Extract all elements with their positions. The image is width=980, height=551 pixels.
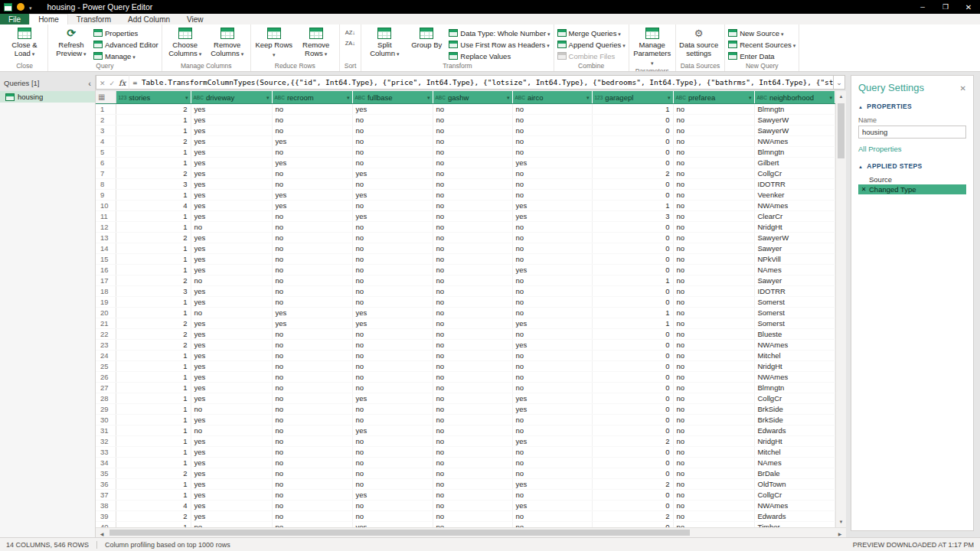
advanced-editor-button[interactable]: Advanced Editor — [93, 39, 158, 50]
cell-neighborhood[interactable]: Somerst — [754, 307, 835, 318]
cell-airco[interactable]: no — [512, 328, 592, 339]
cell-garagepl[interactable]: 1 — [592, 307, 673, 318]
cell-fullbase[interactable]: no — [352, 446, 433, 457]
cell-neighborhood[interactable]: ClearCr — [754, 210, 835, 221]
cell-gashw[interactable]: no — [433, 339, 512, 350]
cell-stories[interactable]: 1 — [116, 521, 191, 527]
cell-neighborhood[interactable]: NridgHt — [754, 221, 835, 232]
cell-neighborhood[interactable]: Edwards — [754, 425, 835, 435]
cell-driveway[interactable]: yes — [191, 468, 272, 478]
row-number[interactable]: 5 — [96, 146, 116, 157]
cell-airco[interactable]: no — [512, 371, 592, 382]
cell-garagepl[interactable]: 0 — [592, 350, 673, 360]
filter-dropdown-icon[interactable]: ▾ — [668, 93, 671, 101]
cell-prefarea[interactable]: no — [673, 189, 754, 200]
row-number[interactable]: 27 — [96, 382, 116, 393]
cell-gashw[interactable]: no — [433, 285, 512, 296]
cell-airco[interactable]: no — [512, 468, 592, 478]
cell-gashw[interactable]: no — [433, 168, 512, 178]
remove-columns-button[interactable]: Remove Columns — [207, 26, 247, 58]
hscroll-thumb[interactable] — [109, 530, 690, 536]
applied-step-source[interactable]: Source — [858, 174, 966, 184]
cell-fullbase[interactable]: no — [352, 468, 433, 478]
cell-fullbase[interactable]: no — [352, 232, 433, 243]
cell-airco[interactable]: yes — [512, 200, 592, 210]
cell-prefarea[interactable]: no — [673, 285, 754, 296]
cell-airco[interactable]: no — [512, 285, 592, 296]
cell-driveway[interactable]: no — [191, 425, 272, 435]
cell-gashw[interactable]: no — [433, 435, 512, 446]
cell-prefarea[interactable]: no — [673, 457, 754, 468]
cell-neighborhood[interactable]: CollgCr — [754, 489, 835, 500]
cell-fullbase[interactable]: no — [352, 328, 433, 339]
cell-neighborhood[interactable]: CollgCr — [754, 168, 835, 178]
cell-neighborhood[interactable]: Blueste — [754, 328, 835, 339]
cell-driveway[interactable]: yes — [191, 350, 272, 360]
cell-gashw[interactable]: no — [433, 328, 512, 339]
cell-airco[interactable]: no — [512, 457, 592, 468]
cell-prefarea[interactable]: no — [673, 157, 754, 168]
cell-gashw[interactable]: no — [433, 200, 512, 210]
cell-neighborhood[interactable]: IDOTRR — [754, 178, 835, 189]
cell-neighborhood[interactable]: Sawyer — [754, 275, 835, 285]
cell-airco[interactable]: yes — [512, 403, 592, 414]
cell-fullbase[interactable]: no — [352, 264, 433, 275]
cell-driveway[interactable]: yes — [191, 200, 272, 210]
cell-gashw[interactable]: no — [433, 307, 512, 318]
cell-stories[interactable]: 2 — [116, 135, 191, 146]
cell-prefarea[interactable]: no — [673, 371, 754, 382]
cell-stories[interactable]: 1 — [116, 157, 191, 168]
cell-stories[interactable]: 1 — [116, 189, 191, 200]
row-number[interactable]: 38 — [96, 500, 116, 510]
cell-stories[interactable]: 1 — [116, 307, 191, 318]
cell-stories[interactable]: 1 — [116, 371, 191, 382]
cell-gashw[interactable]: no — [433, 521, 512, 527]
cell-fullbase[interactable]: yes — [352, 318, 433, 328]
cell-garagepl[interactable]: 0 — [592, 403, 673, 414]
cell-recroom[interactable]: no — [272, 103, 352, 114]
cell-driveway[interactable]: yes — [191, 328, 272, 339]
cell-garagepl[interactable]: 0 — [592, 264, 673, 275]
cell-stories[interactable]: 2 — [116, 318, 191, 328]
cell-recroom[interactable]: no — [272, 489, 352, 500]
cell-recroom[interactable]: no — [272, 232, 352, 243]
cell-recroom[interactable]: no — [272, 457, 352, 468]
cell-airco[interactable]: no — [512, 382, 592, 393]
cell-garagepl[interactable]: 0 — [592, 371, 673, 382]
cell-airco[interactable]: no — [512, 275, 592, 285]
cell-garagepl[interactable]: 0 — [592, 425, 673, 435]
cell-neighborhood[interactable]: Sawyer — [754, 243, 835, 253]
cell-driveway[interactable]: yes — [191, 285, 272, 296]
cell-recroom[interactable]: no — [272, 146, 352, 157]
cell-gashw[interactable]: no — [433, 264, 512, 275]
cell-gashw[interactable]: no — [433, 350, 512, 360]
cell-gashw[interactable]: no — [433, 478, 512, 489]
cell-recroom[interactable]: no — [272, 382, 352, 393]
cell-garagepl[interactable]: 0 — [592, 500, 673, 510]
choose-columns-button[interactable]: Choose Columns — [165, 26, 205, 58]
collapse-queries-pane-icon[interactable] — [88, 79, 91, 88]
cell-gashw[interactable]: no — [433, 210, 512, 221]
row-number[interactable]: 18 — [96, 285, 116, 296]
cell-neighborhood[interactable]: Timber — [754, 521, 835, 527]
cell-prefarea[interactable]: no — [673, 360, 754, 371]
cell-gashw[interactable]: no — [433, 275, 512, 285]
cell-airco[interactable]: no — [512, 360, 592, 371]
cell-gashw[interactable]: no — [433, 457, 512, 468]
cell-recroom[interactable]: no — [272, 393, 352, 403]
cell-stories[interactable]: 2 — [116, 232, 191, 243]
cell-recroom[interactable]: no — [272, 296, 352, 307]
cell-recroom[interactable]: no — [272, 510, 352, 521]
cell-prefarea[interactable]: no — [673, 103, 754, 114]
cell-recroom[interactable]: no — [272, 243, 352, 253]
cell-garagepl[interactable]: 0 — [592, 135, 673, 146]
cell-driveway[interactable]: yes — [191, 457, 272, 468]
cell-airco[interactable]: no — [512, 243, 592, 253]
vscroll-thumb[interactable] — [838, 103, 844, 158]
cell-garagepl[interactable]: 0 — [592, 339, 673, 350]
cell-neighborhood[interactable]: NridgHt — [754, 435, 835, 446]
cell-airco[interactable]: no — [512, 178, 592, 189]
cell-driveway[interactable]: yes — [191, 489, 272, 500]
column-header-stories[interactable]: 123▾stories — [116, 91, 191, 103]
cell-prefarea[interactable]: no — [673, 125, 754, 135]
